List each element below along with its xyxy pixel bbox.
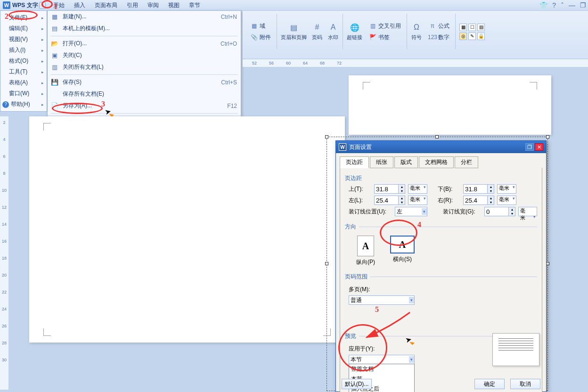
btn-default[interactable]: 默认(D)... bbox=[342, 379, 372, 389]
side-insert[interactable]: 插入(I)▸ bbox=[0, 45, 47, 56]
minimize-icon[interactable]: — bbox=[569, 1, 575, 9]
side-table[interactable]: 表格(A)▸ bbox=[0, 77, 47, 88]
ribbon-hyperlink[interactable]: 🌐超链接 bbox=[347, 22, 362, 41]
dialog-close-icon[interactable]: ✕ bbox=[535, 143, 543, 151]
dialog-titlebar[interactable]: W 页面设置 ❐ ✕ bbox=[336, 141, 546, 153]
ribbon-watermark[interactable]: A水印 bbox=[327, 22, 339, 41]
tab-paper[interactable]: 纸张 bbox=[370, 156, 393, 168]
multi-page-select[interactable]: 普通▾ bbox=[349, 295, 415, 305]
menu-view[interactable]: 视图 bbox=[163, 0, 184, 11]
page-number-icon: # bbox=[311, 22, 323, 33]
menu-section[interactable]: 章节 bbox=[184, 0, 205, 11]
file-save-as[interactable]: 📄另存为(A)...F12 bbox=[48, 100, 241, 112]
unit-select[interactable]: 毫米 bbox=[497, 196, 516, 205]
page-setup-dialog: W 页面设置 ❐ ✕ 页边距 纸张 版式 文档网格 分栏 页边距 上(T): ▴… bbox=[335, 140, 547, 392]
ribbon-page-number[interactable]: #页码 bbox=[311, 22, 323, 41]
symbol-icon: Ω bbox=[411, 22, 422, 33]
side-help[interactable]: ?帮助(H)▸ bbox=[0, 99, 47, 110]
unit-select[interactable]: 毫米 bbox=[497, 184, 516, 194]
ribbon-symbol[interactable]: Ω符号 bbox=[411, 22, 422, 41]
document-page-1[interactable] bbox=[29, 116, 345, 343]
label-top: 上(T): bbox=[349, 185, 371, 193]
file-close-all[interactable]: ▥关闭所有文档(L) bbox=[48, 61, 241, 73]
ruler-vertical: 24681012141618202224262830 bbox=[0, 116, 8, 390]
preview-group-title: 预览 bbox=[345, 332, 356, 340]
gutter-width-input[interactable]: ▴▾ bbox=[484, 207, 515, 216]
side-format[interactable]: 格式(O)▸ bbox=[0, 56, 47, 66]
btn-ok[interactable]: 确定 bbox=[474, 379, 505, 389]
side-edit[interactable]: 编辑(E)▸ bbox=[0, 23, 47, 34]
tab-columns[interactable]: 分栏 bbox=[455, 156, 478, 168]
number-icon: 123 bbox=[429, 33, 436, 41]
skin-icon[interactable]: 👕 bbox=[539, 1, 547, 9]
tab-layout[interactable]: 版式 bbox=[394, 156, 418, 168]
spin-down-icon[interactable]: ▾ bbox=[399, 189, 405, 193]
dialog-maximize-icon[interactable]: ❐ bbox=[525, 143, 534, 151]
file-templates[interactable]: ▤本机上的模板(M)... bbox=[48, 23, 241, 34]
help-circle-icon: ? bbox=[2, 101, 9, 108]
help-icon[interactable]: ? bbox=[552, 1, 556, 9]
spin-up-icon[interactable]: ▴ bbox=[399, 185, 405, 189]
close-doc-icon: ▣ bbox=[50, 52, 59, 59]
unit-select[interactable]: 毫米 bbox=[408, 196, 427, 205]
separator bbox=[50, 74, 238, 75]
app-logo: W bbox=[3, 1, 10, 9]
orientation-landscape[interactable]: A 横向(S) bbox=[388, 236, 416, 266]
menu-insert[interactable]: 插入 bbox=[69, 0, 90, 11]
ribbon-field[interactable]: ▦域 bbox=[248, 21, 273, 31]
orientation-portrait[interactable]: A 纵向(P) bbox=[351, 236, 380, 266]
margin-right-input[interactable]: ▴▾ bbox=[463, 196, 494, 205]
tab-margins[interactable]: 页边距 bbox=[340, 156, 369, 168]
header-footer-icon: ▤ bbox=[288, 22, 300, 33]
file-open[interactable]: 📂打开(O)...Ctrl+O bbox=[48, 38, 241, 49]
ribbon-bookmark[interactable]: 🚩书签 bbox=[367, 33, 403, 42]
dialog-body: 页边距 上(T): ▴▾ 毫米 下(B): ▴▾ 毫米 左(L): ▴▾ 毫米 … bbox=[340, 168, 542, 392]
file-save-all[interactable]: 保存所有文档(E) bbox=[48, 88, 241, 100]
side-view[interactable]: 视图(V)▸ bbox=[0, 34, 47, 45]
document-page-2[interactable] bbox=[349, 75, 551, 135]
btn-cancel[interactable]: 取消 bbox=[510, 379, 540, 389]
side-window[interactable]: 窗口(W)▸ bbox=[0, 88, 47, 99]
apply-opt-all[interactable]: 整篇文档 bbox=[349, 364, 414, 374]
label-gutter-w: 装订线宽(G): bbox=[443, 208, 482, 216]
landscape-icon: A bbox=[390, 236, 415, 253]
side-tools[interactable]: 工具(T)▸ bbox=[0, 66, 47, 77]
menubar: W WPS 文字 ▾ 开始 插入 页面布局 引用 审阅 视图 章节 👕 ? ˄ … bbox=[0, 0, 588, 10]
restore-icon[interactable]: ❐ bbox=[580, 1, 586, 9]
ribbon-formula[interactable]: π公式 bbox=[427, 21, 451, 31]
unit-select[interactable]: 毫米 bbox=[518, 207, 537, 216]
separator bbox=[50, 36, 238, 36]
side-file[interactable]: 文件(F)▸ bbox=[0, 12, 47, 23]
menu-start[interactable]: 开始 bbox=[49, 0, 69, 11]
mini-icon-6[interactable]: 🔒 bbox=[477, 33, 485, 40]
app-name: WPS 文字 bbox=[12, 1, 38, 9]
margin-top-input[interactable]: ▴▾ bbox=[374, 184, 405, 194]
unit-select[interactable]: 毫米 bbox=[408, 184, 427, 194]
gutter-pos-select[interactable]: 左▾ bbox=[395, 207, 427, 216]
ribbon-cross-ref[interactable]: ▥交叉引用 bbox=[367, 21, 403, 31]
label-right: 右(R): bbox=[438, 196, 460, 204]
file-close[interactable]: ▣关闭(C) bbox=[48, 49, 241, 61]
menu-page-layout[interactable]: 页面布局 bbox=[90, 0, 122, 11]
margin-bottom-input[interactable]: ▴▾ bbox=[463, 184, 494, 194]
range-group-title: 页码范围 bbox=[345, 273, 368, 281]
mini-icon-1[interactable]: ▦ bbox=[459, 24, 467, 31]
new-icon: ▦ bbox=[50, 13, 59, 20]
tab-docgrid[interactable]: 文档网格 bbox=[419, 156, 454, 168]
app-menu-dropdown[interactable]: ▾ bbox=[39, 2, 46, 9]
page-corner bbox=[530, 82, 537, 90]
ribbon-header-footer[interactable]: ▤页眉和页脚 bbox=[281, 22, 307, 41]
mini-icon-3[interactable]: ▤ bbox=[477, 24, 485, 31]
file-save[interactable]: 💾保存(S)Ctrl+S bbox=[48, 76, 241, 88]
mini-icon-4[interactable]: ◎ bbox=[459, 33, 467, 40]
menu-references[interactable]: 引用 bbox=[122, 0, 143, 11]
collapse-ribbon-icon[interactable]: ˄ bbox=[561, 1, 564, 9]
file-new[interactable]: ▦新建(N)...Ctrl+N bbox=[48, 11, 241, 23]
margin-left-input[interactable]: ▴▾ bbox=[374, 196, 405, 205]
open-icon: 📂 bbox=[50, 40, 59, 47]
menu-review[interactable]: 审阅 bbox=[143, 0, 163, 11]
mini-icon-5[interactable]: ✎ bbox=[468, 33, 476, 40]
mini-icon-2[interactable]: ☐ bbox=[468, 24, 476, 31]
ribbon-number[interactable]: 123数字 bbox=[427, 33, 451, 42]
ribbon-attachment[interactable]: 📎附件 bbox=[248, 33, 273, 42]
